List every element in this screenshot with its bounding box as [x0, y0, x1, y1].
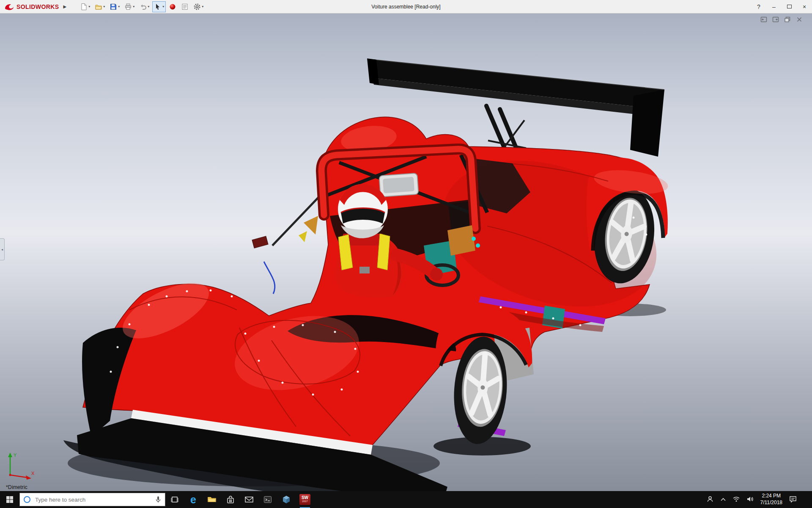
- taskbar-search[interactable]: [19, 493, 165, 506]
- close-button[interactable]: ×: [797, 0, 812, 13]
- store-button[interactable]: [221, 491, 240, 508]
- screen: SOLIDWORKS ▶ ▾ ▾ ▾: [0, 0, 812, 508]
- open-folder-icon: [95, 3, 102, 11]
- solidworks-app-button[interactable]: SW 2017: [296, 491, 314, 508]
- hidden-icons-button[interactable]: [720, 497, 726, 503]
- select-tool-button[interactable]: ▾: [152, 1, 166, 12]
- network-button[interactable]: [732, 496, 740, 504]
- new-document-button[interactable]: ▾: [78, 1, 92, 12]
- car-model-3d[interactable]: [0, 14, 812, 491]
- options-gear-icon: [193, 3, 201, 11]
- edge-button[interactable]: e: [184, 491, 203, 508]
- task-view-button[interactable]: [165, 491, 184, 508]
- ds-logo-icon: [4, 3, 14, 11]
- mail-button[interactable]: [240, 491, 258, 508]
- store-icon: [226, 495, 235, 504]
- new-document-icon: [80, 3, 88, 11]
- dock-pane-left-icon[interactable]: [760, 16, 767, 24]
- sheet-format-icon: [181, 3, 189, 11]
- select-cursor-icon: [154, 3, 162, 11]
- notifications-button[interactable]: [789, 495, 797, 504]
- system-tray: 2:24 PM 7/11/2018: [706, 491, 812, 508]
- cortana-icon[interactable]: [23, 496, 31, 503]
- clock-date: 7/11/2018: [760, 500, 783, 506]
- save-icon: [110, 3, 117, 11]
- dock-pane-right-icon[interactable]: [772, 16, 779, 24]
- sheet-format-button[interactable]: [179, 1, 190, 12]
- menu-expand-arrow[interactable]: ▶: [60, 3, 69, 10]
- show-desktop-button[interactable]: [804, 491, 806, 508]
- print-button[interactable]: ▾: [123, 1, 136, 12]
- windscreen-panel: [379, 173, 418, 197]
- titlebar: SOLIDWORKS ▶ ▾ ▾ ▾: [0, 0, 812, 14]
- help-button[interactable]: ?: [751, 0, 766, 13]
- view-orientation-label: *Dimetric: [6, 484, 27, 490]
- speaker-icon: [746, 496, 754, 502]
- viewport-3d[interactable]: ◂ *Dimetric Y X: [0, 14, 812, 491]
- people-icon: [706, 495, 714, 503]
- options-button[interactable]: ▾: [192, 1, 205, 12]
- panel-collapse-handle[interactable]: ◂: [0, 238, 5, 260]
- quick-toolbar: ▾ ▾ ▾ ▾: [78, 0, 205, 13]
- material-sphere-icon: [169, 3, 176, 11]
- side-mirror: [252, 236, 268, 248]
- chevron-up-icon: [720, 497, 726, 502]
- app-cube-button[interactable]: [277, 491, 296, 508]
- solidworks-logo: SOLIDWORKS: [0, 3, 60, 11]
- maximize-icon: [787, 5, 792, 8]
- windows-taskbar: e: [0, 491, 812, 508]
- volume-button[interactable]: [746, 496, 754, 504]
- blue-wire: [264, 262, 275, 294]
- search-input[interactable]: [34, 496, 151, 503]
- undo-icon: [139, 3, 147, 11]
- triad-x-label: X: [31, 471, 35, 476]
- people-button[interactable]: [706, 495, 714, 504]
- close-document-icon[interactable]: [796, 16, 803, 24]
- window-title: Voiture assemblee [Read-only]: [127, 4, 685, 10]
- triad-y-label: Y: [14, 453, 17, 458]
- console-window-icon: [263, 495, 272, 504]
- network-wifi-icon: [732, 496, 740, 502]
- undo-button[interactable]: ▾: [137, 1, 151, 12]
- task-view-icon: [170, 495, 179, 504]
- print-icon: [124, 3, 132, 11]
- mail-icon: [244, 496, 254, 503]
- microphone-icon[interactable]: [155, 496, 162, 503]
- restore-document-icon[interactable]: [784, 16, 791, 24]
- action-center-icon: [789, 495, 797, 503]
- file-explorer-icon: [207, 495, 217, 504]
- material-sphere-button[interactable]: [167, 1, 178, 12]
- edge-icon: e: [190, 494, 196, 505]
- clock-time: 2:24 PM: [760, 493, 783, 500]
- app-cube-icon: [281, 495, 291, 504]
- save-button[interactable]: ▾: [108, 1, 121, 12]
- maximize-button[interactable]: [782, 0, 797, 13]
- console-button[interactable]: [258, 491, 277, 508]
- solidworks-2017-icon: SW 2017: [299, 494, 310, 505]
- taskbar-clock[interactable]: 2:24 PM 7/11/2018: [760, 493, 783, 506]
- minimize-button[interactable]: –: [766, 0, 782, 13]
- windows-logo-icon: [6, 496, 14, 503]
- file-explorer-button[interactable]: [203, 491, 221, 508]
- start-button[interactable]: [0, 491, 19, 508]
- brand-text: SOLIDWORKS: [16, 3, 59, 10]
- document-window-controls: [760, 16, 803, 24]
- open-button[interactable]: ▾: [93, 1, 107, 12]
- orientation-triad: Y X: [3, 450, 39, 481]
- window-controls: ? – ×: [751, 0, 812, 13]
